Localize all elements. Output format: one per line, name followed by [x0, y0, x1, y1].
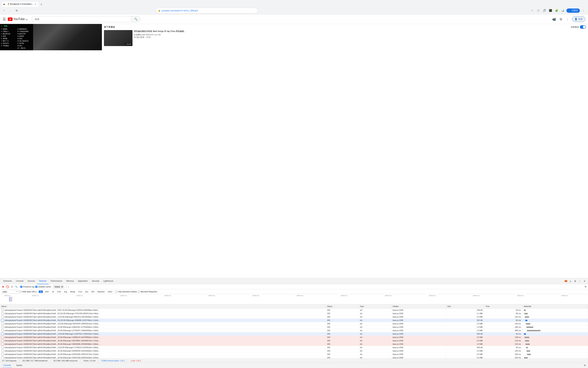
toggle-dot [583, 26, 586, 28]
url-display[interactable]: youtube.com/watch?v=kPcu_5RkJpU [162, 9, 255, 12]
playlist-item: 27 我不配 [17, 42, 32, 45]
capture-btn[interactable]: ⬡ [536, 8, 541, 13]
yt-search-bar: 🔍 [32, 16, 140, 22]
extension-icon1[interactable]: 🎵 [542, 8, 547, 13]
extensions-btn[interactable]: 🧩 [554, 8, 559, 13]
lock-icon: 🔒 [158, 9, 161, 12]
tab-bar: ▶ 🏅周杰倫歌曲🎵40首精選集#... × + [0, 0, 588, 7]
yt-logo-text: YouTube [13, 17, 25, 21]
yt-logo-svg [8, 18, 13, 21]
playlist-item: 9 半島鐵盒 [1, 45, 16, 47]
playlist-item: 28 借口 [17, 45, 32, 47]
profile-btn[interactable]: 👤 已暫停 [566, 9, 580, 13]
yt-search-btn[interactable]: 🔍 [131, 16, 140, 22]
tab-close-btn[interactable]: × [35, 2, 37, 6]
new-tab-btn[interactable]: + [39, 2, 44, 7]
playlist-item: 26 蒲公英的約定 [17, 40, 32, 42]
playlist-item: 21 聽媽媽的話 [17, 28, 32, 30]
singer-img [33, 24, 102, 50]
video-section: 1 星晴 2 龍捲風 21 聽媽媽的話 3 可愛女人 22 不能說的秘密 4 愛… [0, 24, 102, 51]
url-bar: 🔒 youtube.com/watch?v=kPcu_5RkJpU [156, 8, 258, 13]
signin-text: 登录 [578, 18, 583, 21]
yt-apps-btn[interactable]: ⊞ [559, 17, 563, 22]
video-container[interactable]: 1 星晴 2 龍捲風 21 聽媽媽的話 3 可愛女人 22 不能說的秘密 4 愛… [0, 24, 102, 50]
refresh-btn[interactable]: ↻ [14, 8, 19, 13]
view-count: 281萬次觀看 • 1年前 [134, 36, 586, 38]
profile-label: 已暫停 [572, 9, 578, 12]
signin-icon: 👤 [575, 18, 577, 20]
playlist-item: 29 一路向北 [17, 47, 32, 49]
playlist-item: 25 彩虹 [17, 37, 32, 40]
playlist-item: 2 龍捲風 [1, 28, 16, 30]
video-duration: 1:26:48 [125, 43, 132, 45]
performance-monitor[interactable]: 📊 [560, 8, 565, 13]
playlist-item: 22 不能說的秘密 [17, 30, 32, 33]
playlist-item [1, 47, 16, 49]
yt-header-right: 📹 ⊞ ⋮ 👤 登录 [552, 17, 585, 22]
autoplay-controls: 自動播放 [571, 25, 586, 29]
tab-title: 🏅周杰倫歌曲🎵40首精選集#... [7, 3, 34, 5]
playlist-item: 6 簡單愛 [1, 37, 16, 40]
autoplay-title: 接下來播放 [104, 26, 115, 28]
video-thumbnail: 1:26:48 [104, 30, 133, 46]
playlist-overlay: 1 星晴 2 龍捲風 21 聽媽媽的話 3 可愛女人 22 不能說的秘密 4 愛… [0, 24, 33, 50]
yt-logo-region: HK [25, 19, 28, 21]
forward-btn[interactable]: → [8, 8, 13, 13]
playlist-item: 7 開不了口 [1, 40, 16, 42]
recommended-video[interactable]: 1:26:48 周杰倫好聽的20首歌 Best Songs Of Jay Cho… [104, 30, 586, 46]
yt-logo[interactable]: YouTube HK [8, 17, 28, 21]
autoplay-label: 自動播放 [571, 26, 579, 28]
browser-menu-btn[interactable]: ⋮ [581, 8, 586, 13]
bookmark-btn[interactable]: ☆ [530, 8, 534, 13]
profile-icon: 👤 [569, 9, 571, 12]
playlist-grid: 2 龍捲風 21 聽媽媽的話 3 可愛女人 22 不能說的秘密 4 愛在西元前 … [1, 28, 32, 49]
browser-chrome: ▶ 🏅周杰倫歌曲🎵40首精選集#... × + ← → ↻ 🔒 youtube.… [0, 0, 588, 14]
back-btn[interactable]: ← [2, 8, 7, 13]
extension-icon2[interactable]: ⬛ [548, 8, 553, 13]
playlist-active-item: 1 星晴 [1, 25, 32, 27]
playlist-item: 24 甜甜的 [17, 35, 32, 37]
yt-create-btn[interactable]: 📹 [552, 17, 556, 22]
browser-toolbar-right: ☆ ⬡ 🎵 ⬛ 🧩 📊 👤 已暫停 ⋮ [530, 8, 586, 13]
playlist-item: 3 可愛女人 [1, 30, 16, 33]
playlist-item: 23 陽光宅男 [17, 33, 32, 35]
channel-name: 杰威爾歌詞MV頻道JVR Lyric MV [134, 34, 586, 36]
playlist-item: 5 安靜 [1, 35, 16, 37]
playlist-item: 4 愛在西元前 [1, 33, 16, 35]
video-info: 周杰倫好聽的20首歌 Best Songs Of Jay Chou 周杰倫最..… [134, 30, 586, 46]
singer-area [33, 24, 102, 50]
video-title: 周杰倫好聽的20首歌 Best Songs Of Jay Chou 周杰倫最..… [134, 30, 586, 33]
yt-signin-btn[interactable]: 👤 登录 [572, 17, 585, 22]
address-bar: ← → ↻ 🔒 youtube.com/watch?v=kPcu_5RkJpU … [0, 7, 588, 14]
yt-search-input[interactable] [32, 16, 131, 22]
page-content: 1 星晴 2 龍捲風 21 聽媽媽的話 3 可愛女人 22 不能說的秘密 4 愛… [0, 24, 588, 51]
autoplay-toggle[interactable] [580, 25, 586, 29]
youtube-header: ☰ YouTube HK 🔍 📹 ⊞ ⋮ 👤 登录 [0, 14, 588, 24]
yt-menu-btn[interactable]: ☰ [3, 17, 6, 21]
playlist-item: 8 世界末日 [1, 42, 16, 45]
sidebar: 接下來播放 自動播放 1:26:48 周杰倫好聽的20首歌 Best Songs… [102, 24, 588, 51]
autoplay-header: 接下來播放 自動播放 [104, 25, 586, 29]
active-tab[interactable]: ▶ 🏅周杰倫歌曲🎵40首精選集#... × [1, 1, 39, 7]
yt-more-btn[interactable]: ⋮ [565, 17, 570, 22]
tab-favicon: ▶ [4, 3, 6, 6]
